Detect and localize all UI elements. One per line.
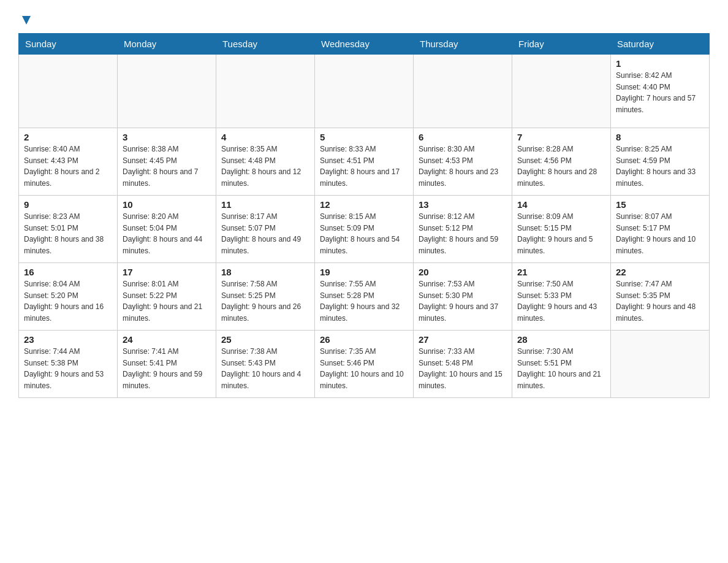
day-info: Sunrise: 8:30 AM Sunset: 4:53 PM Dayligh… bbox=[419, 144, 507, 189]
day-number: 15 bbox=[616, 199, 704, 210]
weekday-header-thursday: Thursday bbox=[414, 34, 512, 55]
day-info: Sunrise: 7:53 AM Sunset: 5:30 PM Dayligh… bbox=[419, 278, 507, 324]
weekday-header-row: SundayMondayTuesdayWednesdayThursdayFrid… bbox=[19, 34, 710, 55]
weekday-header-saturday: Saturday bbox=[611, 34, 710, 55]
day-number: 5 bbox=[320, 132, 408, 142]
weekday-header-wednesday: Wednesday bbox=[315, 34, 414, 55]
calendar-cell: 8Sunrise: 8:25 AM Sunset: 4:59 PM Daylig… bbox=[611, 128, 710, 196]
calendar-cell: 14Sunrise: 8:09 AM Sunset: 5:15 PM Dayli… bbox=[512, 196, 611, 263]
calendar-cell: 28Sunrise: 7:30 AM Sunset: 5:51 PM Dayli… bbox=[512, 331, 611, 398]
week-row-3: 9Sunrise: 8:23 AM Sunset: 5:01 PM Daylig… bbox=[19, 196, 710, 263]
day-info: Sunrise: 8:28 AM Sunset: 4:56 PM Dayligh… bbox=[517, 144, 605, 189]
day-number: 10 bbox=[123, 199, 211, 210]
calendar-cell: 23Sunrise: 7:44 AM Sunset: 5:38 PM Dayli… bbox=[19, 331, 118, 398]
day-number: 9 bbox=[24, 199, 112, 210]
calendar-cell: 27Sunrise: 7:33 AM Sunset: 5:48 PM Dayli… bbox=[414, 331, 512, 398]
day-number: 27 bbox=[419, 334, 507, 345]
calendar-cell: 3Sunrise: 8:38 AM Sunset: 4:45 PM Daylig… bbox=[118, 128, 216, 196]
day-info: Sunrise: 7:30 AM Sunset: 5:51 PM Dayligh… bbox=[517, 346, 605, 391]
day-number: 7 bbox=[517, 132, 605, 142]
weekday-header-monday: Monday bbox=[118, 34, 216, 55]
day-info: Sunrise: 7:38 AM Sunset: 5:43 PM Dayligh… bbox=[221, 346, 309, 391]
day-info: Sunrise: 8:09 AM Sunset: 5:15 PM Dayligh… bbox=[517, 211, 605, 256]
calendar-cell bbox=[19, 55, 118, 128]
day-number: 12 bbox=[320, 199, 408, 210]
day-info: Sunrise: 8:07 AM Sunset: 5:17 PM Dayligh… bbox=[616, 211, 704, 256]
calendar-cell: 7Sunrise: 8:28 AM Sunset: 4:56 PM Daylig… bbox=[512, 128, 611, 196]
calendar-cell: 21Sunrise: 7:50 AM Sunset: 5:33 PM Dayli… bbox=[512, 263, 611, 331]
day-number: 1 bbox=[616, 58, 704, 69]
day-number: 18 bbox=[221, 267, 309, 277]
calendar-cell bbox=[315, 55, 414, 128]
calendar-cell: 5Sunrise: 8:33 AM Sunset: 4:51 PM Daylig… bbox=[315, 128, 414, 196]
calendar-cell: 24Sunrise: 7:41 AM Sunset: 5:41 PM Dayli… bbox=[118, 331, 216, 398]
day-number: 3 bbox=[123, 132, 211, 142]
logo bbox=[18, 12, 33, 27]
day-info: Sunrise: 8:04 AM Sunset: 5:20 PM Dayligh… bbox=[24, 278, 112, 324]
calendar-cell: 9Sunrise: 8:23 AM Sunset: 5:01 PM Daylig… bbox=[19, 196, 118, 263]
calendar-cell bbox=[512, 55, 611, 128]
day-number: 23 bbox=[24, 334, 112, 345]
weekday-header-friday: Friday bbox=[512, 34, 611, 55]
calendar-cell bbox=[118, 55, 216, 128]
calendar-cell: 25Sunrise: 7:38 AM Sunset: 5:43 PM Dayli… bbox=[216, 331, 315, 398]
day-info: Sunrise: 7:44 AM Sunset: 5:38 PM Dayligh… bbox=[24, 346, 112, 391]
calendar-cell: 15Sunrise: 8:07 AM Sunset: 5:17 PM Dayli… bbox=[611, 196, 710, 263]
page-header bbox=[18, 12, 710, 27]
day-number: 4 bbox=[221, 132, 309, 142]
day-info: Sunrise: 8:25 AM Sunset: 4:59 PM Dayligh… bbox=[616, 144, 704, 189]
day-info: Sunrise: 8:38 AM Sunset: 4:45 PM Dayligh… bbox=[123, 144, 211, 189]
day-number: 16 bbox=[24, 267, 112, 277]
calendar-cell: 6Sunrise: 8:30 AM Sunset: 4:53 PM Daylig… bbox=[414, 128, 512, 196]
day-number: 17 bbox=[123, 267, 211, 277]
week-row-1: 1Sunrise: 8:42 AM Sunset: 4:40 PM Daylig… bbox=[19, 55, 710, 128]
day-info: Sunrise: 8:40 AM Sunset: 4:43 PM Dayligh… bbox=[24, 144, 112, 189]
week-row-5: 23Sunrise: 7:44 AM Sunset: 5:38 PM Dayli… bbox=[19, 331, 710, 398]
day-number: 22 bbox=[616, 267, 704, 277]
calendar-cell: 1Sunrise: 8:42 AM Sunset: 4:40 PM Daylig… bbox=[611, 55, 710, 128]
day-info: Sunrise: 8:01 AM Sunset: 5:22 PM Dayligh… bbox=[123, 278, 211, 324]
day-number: 25 bbox=[221, 334, 309, 345]
day-info: Sunrise: 7:55 AM Sunset: 5:28 PM Dayligh… bbox=[320, 278, 408, 324]
day-number: 11 bbox=[221, 199, 309, 210]
calendar-cell: 26Sunrise: 7:35 AM Sunset: 5:46 PM Dayli… bbox=[315, 331, 414, 398]
calendar-table: SundayMondayTuesdayWednesdayThursdayFrid… bbox=[18, 33, 710, 398]
day-number: 6 bbox=[419, 132, 507, 142]
calendar-cell: 20Sunrise: 7:53 AM Sunset: 5:30 PM Dayli… bbox=[414, 263, 512, 331]
calendar-cell: 2Sunrise: 8:40 AM Sunset: 4:43 PM Daylig… bbox=[19, 128, 118, 196]
calendar-cell: 17Sunrise: 8:01 AM Sunset: 5:22 PM Dayli… bbox=[118, 263, 216, 331]
day-info: Sunrise: 8:33 AM Sunset: 4:51 PM Dayligh… bbox=[320, 144, 408, 189]
day-info: Sunrise: 8:17 AM Sunset: 5:07 PM Dayligh… bbox=[221, 211, 309, 256]
day-info: Sunrise: 8:23 AM Sunset: 5:01 PM Dayligh… bbox=[24, 211, 112, 256]
calendar-cell: 16Sunrise: 8:04 AM Sunset: 5:20 PM Dayli… bbox=[19, 263, 118, 331]
day-number: 20 bbox=[419, 267, 507, 277]
calendar-cell: 4Sunrise: 8:35 AM Sunset: 4:48 PM Daylig… bbox=[216, 128, 315, 196]
calendar-cell: 13Sunrise: 8:12 AM Sunset: 5:12 PM Dayli… bbox=[414, 196, 512, 263]
calendar-cell bbox=[611, 331, 710, 398]
calendar-cell: 19Sunrise: 7:55 AM Sunset: 5:28 PM Dayli… bbox=[315, 263, 414, 331]
day-info: Sunrise: 7:47 AM Sunset: 5:35 PM Dayligh… bbox=[616, 278, 704, 324]
day-number: 24 bbox=[123, 334, 211, 345]
day-number: 13 bbox=[419, 199, 507, 210]
day-number: 8 bbox=[616, 132, 704, 142]
week-row-4: 16Sunrise: 8:04 AM Sunset: 5:20 PM Dayli… bbox=[19, 263, 710, 331]
weekday-header-sunday: Sunday bbox=[19, 34, 118, 55]
day-number: 26 bbox=[320, 334, 408, 345]
day-info: Sunrise: 7:33 AM Sunset: 5:48 PM Dayligh… bbox=[419, 346, 507, 391]
day-info: Sunrise: 8:42 AM Sunset: 4:40 PM Dayligh… bbox=[616, 70, 704, 115]
day-info: Sunrise: 8:15 AM Sunset: 5:09 PM Dayligh… bbox=[320, 211, 408, 256]
logo-triangle-icon bbox=[20, 13, 33, 27]
weekday-header-tuesday: Tuesday bbox=[216, 34, 315, 55]
day-info: Sunrise: 8:12 AM Sunset: 5:12 PM Dayligh… bbox=[419, 211, 507, 256]
calendar-cell bbox=[216, 55, 315, 128]
day-info: Sunrise: 7:35 AM Sunset: 5:46 PM Dayligh… bbox=[320, 346, 408, 391]
day-number: 28 bbox=[517, 334, 605, 345]
day-number: 21 bbox=[517, 267, 605, 277]
calendar-cell: 12Sunrise: 8:15 AM Sunset: 5:09 PM Dayli… bbox=[315, 196, 414, 263]
svg-marker-0 bbox=[22, 16, 31, 25]
calendar-cell: 11Sunrise: 8:17 AM Sunset: 5:07 PM Dayli… bbox=[216, 196, 315, 263]
calendar-cell: 10Sunrise: 8:20 AM Sunset: 5:04 PM Dayli… bbox=[118, 196, 216, 263]
day-info: Sunrise: 8:20 AM Sunset: 5:04 PM Dayligh… bbox=[123, 211, 211, 256]
calendar-cell: 18Sunrise: 7:58 AM Sunset: 5:25 PM Dayli… bbox=[216, 263, 315, 331]
calendar-cell: 22Sunrise: 7:47 AM Sunset: 5:35 PM Dayli… bbox=[611, 263, 710, 331]
